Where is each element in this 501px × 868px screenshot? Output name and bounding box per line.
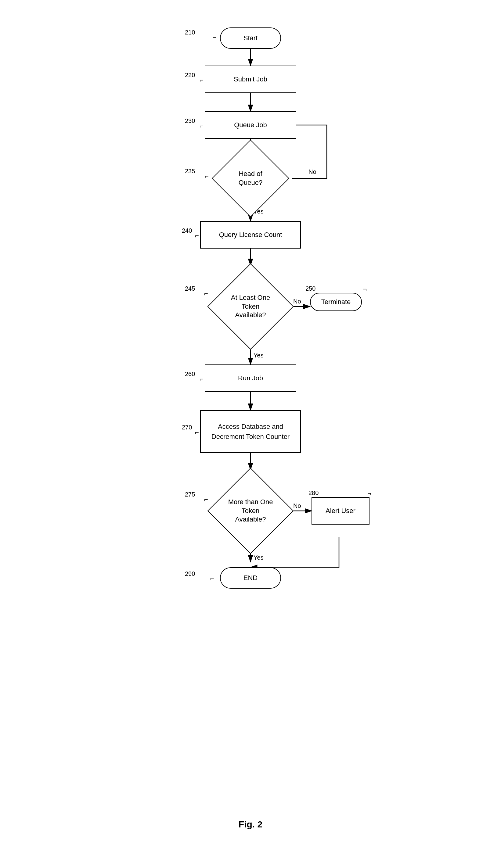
svg-text:Yes: Yes bbox=[254, 554, 264, 561]
ref-275: 275 bbox=[185, 491, 195, 498]
ref-235-bracket: ⌐ bbox=[205, 172, 209, 180]
ref-240: 240 bbox=[182, 227, 192, 234]
query-license-node: Query License Count bbox=[200, 221, 301, 249]
ref-230-bracket: ⌐ bbox=[200, 122, 203, 130]
terminate-node: Terminate bbox=[310, 293, 362, 311]
ref-220: 220 bbox=[185, 72, 195, 79]
ref-280-bracket: ⌐ bbox=[367, 489, 371, 497]
ref-240-bracket: ⌐ bbox=[195, 232, 199, 240]
token-available-label: At Least One Token Available? bbox=[227, 293, 274, 319]
query-license-label: Query License Count bbox=[219, 231, 282, 239]
submit-job-label: Submit Job bbox=[234, 75, 267, 83]
end-label: END bbox=[244, 574, 257, 582]
access-db-label: Access Database and Decrement Token Coun… bbox=[201, 422, 300, 442]
ref-230: 230 bbox=[185, 117, 195, 124]
ref-290-bracket: ⌐ bbox=[210, 574, 214, 582]
start-label: Start bbox=[244, 34, 257, 42]
svg-text:No: No bbox=[293, 502, 301, 509]
more-token-node: More than One Token Available? bbox=[209, 470, 292, 552]
ref-250-bracket: ⌐ bbox=[363, 285, 367, 293]
ref-245: 245 bbox=[185, 285, 195, 292]
svg-text:No: No bbox=[308, 169, 317, 175]
head-of-queue-node: Head of Queue? bbox=[209, 155, 292, 201]
ref-270-bracket: ⌐ bbox=[195, 428, 199, 436]
figure-caption: Fig. 2 bbox=[238, 819, 263, 829]
svg-text:No: No bbox=[293, 298, 301, 305]
more-token-label: More than One Token Available? bbox=[227, 498, 274, 524]
ref-260: 260 bbox=[185, 371, 195, 378]
ref-210: 210 bbox=[185, 29, 195, 36]
submit-job-node: Submit Job bbox=[205, 66, 296, 93]
flowchart-container: Yes No No Yes No Yes Start 210 ⌐ Submit bbox=[125, 12, 376, 836]
ref-275-bracket: ⌐ bbox=[204, 496, 208, 503]
start-node: Start bbox=[220, 28, 281, 49]
head-of-queue-label: Head of Queue? bbox=[231, 170, 270, 187]
terminate-label: Terminate bbox=[321, 298, 351, 306]
alert-user-node: Alert User bbox=[311, 497, 370, 524]
ref-220-bracket: ⌐ bbox=[200, 76, 203, 84]
ref-235: 235 bbox=[185, 168, 195, 175]
end-node: END bbox=[220, 567, 281, 589]
queue-job-node: Queue Job bbox=[205, 111, 296, 139]
ref-270: 270 bbox=[182, 424, 192, 431]
ref-290: 290 bbox=[185, 570, 195, 577]
run-job-node: Run Job bbox=[205, 365, 296, 392]
svg-text:Yes: Yes bbox=[254, 352, 264, 359]
ref-250: 250 bbox=[306, 285, 316, 292]
access-db-node: Access Database and Decrement Token Coun… bbox=[200, 410, 301, 453]
run-job-label: Run Job bbox=[238, 374, 263, 382]
ref-260-bracket: ⌐ bbox=[200, 375, 203, 383]
ref-210-bracket: ⌐ bbox=[212, 34, 216, 42]
ref-245-bracket: ⌐ bbox=[204, 290, 208, 298]
queue-job-label: Queue Job bbox=[234, 121, 267, 129]
alert-user-label: Alert User bbox=[326, 507, 355, 515]
ref-280: 280 bbox=[308, 489, 319, 497]
token-available-node: At Least One Token Available? bbox=[209, 265, 292, 348]
